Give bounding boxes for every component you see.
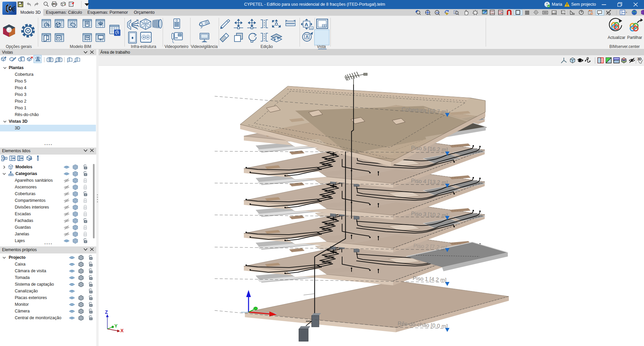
svg-text:2D: 2D <box>310 27 313 30</box>
svg-text:A: A <box>306 35 309 39</box>
svg-text:Z: Z <box>105 309 108 315</box>
svg-text:DWG: DWG <box>490 12 495 14</box>
svg-text:A: A <box>305 21 308 27</box>
svg-text:DWG: DWG <box>499 12 503 14</box>
svg-text:×2: ×2 <box>436 11 439 14</box>
svg-text:X: X <box>120 328 124 333</box>
svg-text:1.00: 1.00 <box>552 11 557 13</box>
svg-text:Y: Y <box>114 323 118 329</box>
